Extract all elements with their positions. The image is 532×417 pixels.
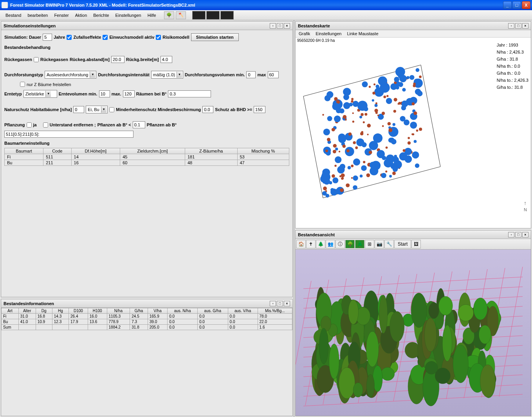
unterstand-label: Unterstand entfernen ; (50, 122, 96, 127)
erntetyp-combo[interactable]: Zielstärke▼ (23, 90, 57, 98)
svg-point-214 (388, 128, 392, 132)
unterstand-checkbox[interactable] (43, 122, 48, 128)
ansicht-3d-view[interactable] (296, 250, 531, 416)
minder-checkbox[interactable] (109, 107, 114, 112)
info-col: G/ha (130, 308, 148, 314)
durchf-typ-combo[interactable]: Auslesedurchforstung▼ (45, 71, 96, 79)
wrench-icon[interactable]: 🔧 (384, 240, 394, 248)
ruecke-abstand-input[interactable] (111, 56, 124, 63)
screen-icon[interactable]: 🖼 (411, 240, 421, 248)
svg-point-390 (479, 325, 491, 344)
sim-close-icon[interactable]: × (284, 23, 290, 29)
home-icon[interactable]: 🏠 (296, 240, 306, 248)
menu-einstellungen[interactable]: Einstellungen (112, 13, 144, 18)
pflanz-ab-input[interactable] (133, 121, 145, 128)
svg-point-143 (340, 188, 344, 192)
minimize-button[interactable]: _ (503, 1, 512, 9)
start-button[interactable]: Start (394, 240, 411, 248)
grid-icon[interactable]: ⊞ (365, 240, 374, 248)
svg-point-58 (332, 177, 338, 183)
svg-point-16 (382, 125, 384, 127)
ernte-vol-max-input[interactable] (123, 90, 135, 97)
tree2-icon[interactable]: 🌲 (316, 240, 325, 248)
natur-label: Naturschutz Habitatbäume [n/ha] (4, 107, 72, 112)
svg-point-377 (411, 293, 427, 328)
close-button[interactable]: X (522, 1, 530, 9)
svg-point-106 (396, 86, 399, 89)
durchf-int-combo[interactable]: mäßig (1.0)▼ (151, 71, 183, 79)
cross-icon[interactable]: ✝ (306, 240, 316, 248)
durchf-vol-label: Durchforstungsvolumen min. (185, 72, 245, 77)
svg-point-149 (346, 149, 350, 153)
info-icon[interactable]: ⓘ (335, 240, 345, 248)
einwuchs-checkbox[interactable] (103, 35, 108, 40)
pflanz-code-input[interactable] (4, 131, 133, 138)
nurz-checkbox[interactable] (20, 82, 25, 87)
karte-menu-einst[interactable]: Einstellungen (316, 31, 341, 36)
karte-id: 95650200 6H 0.19 ha (297, 38, 335, 43)
svg-point-171 (380, 83, 390, 93)
sim-min-icon[interactable]: ▫ (270, 23, 276, 29)
thumb-3[interactable] (220, 11, 234, 20)
people-icon[interactable]: 👥 (326, 240, 335, 248)
svg-point-218 (375, 102, 377, 104)
ja-checkbox[interactable] (27, 122, 32, 128)
dauer-input[interactable] (43, 34, 52, 41)
camera-icon[interactable]: 📷 (375, 240, 384, 248)
minder-input[interactable] (202, 106, 213, 113)
menu-berichte[interactable]: Berichte (90, 13, 112, 18)
natur-n-input[interactable] (73, 106, 84, 113)
menu-bestand[interactable]: Bestand (2, 13, 24, 18)
tree3-icon[interactable]: 🌳 (345, 240, 355, 248)
natur-sp-combo[interactable]: Ei, Bu▼ (86, 106, 108, 113)
menu-fenster[interactable]: Fenster (51, 13, 72, 18)
info-close-icon[interactable]: × (284, 301, 290, 306)
karte-menu-maus[interactable]: Linke Maustaste (347, 31, 378, 36)
ruecke-breite-input[interactable] (161, 56, 172, 63)
thumb-2[interactable] (206, 11, 220, 20)
ansicht-max-icon[interactable]: □ (515, 232, 521, 237)
ruecke-checkbox[interactable] (34, 57, 39, 62)
raeumen-input[interactable] (168, 90, 211, 97)
schutz-input[interactable] (254, 106, 265, 113)
svg-point-112 (363, 121, 365, 123)
tree4-icon[interactable]: 🌲 (355, 240, 364, 248)
pflanz-ab2-label: Pflanzen ab B° (147, 122, 177, 127)
svg-point-83 (391, 139, 397, 144)
zufall-checkbox[interactable] (67, 35, 72, 40)
table-row: Sum1884.231.8205.00.00.00.01.6 (2, 325, 292, 330)
durchf-int-label: Durchforstungsintensität (98, 72, 149, 77)
svg-point-69 (389, 175, 392, 178)
svg-point-217 (412, 102, 415, 106)
ansicht-min-icon[interactable]: ▫ (508, 232, 514, 237)
menu-hilfe[interactable]: Hilfe (144, 13, 159, 18)
karte-max-icon[interactable]: □ (515, 23, 521, 29)
sim-start-button[interactable]: Simulation starten (191, 33, 239, 41)
sim-max-icon[interactable]: □ (277, 23, 283, 29)
karte-close-icon[interactable]: × (522, 23, 528, 29)
ruecke-head: Rückegassen (4, 57, 32, 62)
karte-min-icon[interactable]: ▫ (508, 23, 514, 29)
ernte-vol-min-input[interactable] (99, 90, 110, 97)
info-max-icon[interactable]: □ (277, 301, 283, 306)
tree-icon[interactable]: 🌳 (164, 11, 174, 19)
menu-bearbeiten[interactable]: bearbeiten (24, 13, 51, 18)
svg-point-121 (386, 95, 388, 97)
risiko-checkbox[interactable] (156, 35, 161, 40)
karte-body[interactable]: 95650200 6H 0.19 ha Jahr : 1993 N/ha : 2… (296, 38, 531, 228)
svg-point-378 (438, 297, 453, 315)
durchf-vol-min-input[interactable] (246, 71, 256, 78)
thumb-1[interactable] (192, 11, 206, 20)
table-row[interactable]: Bu21116604847 (5, 160, 289, 166)
ansicht-close-icon[interactable]: × (522, 232, 528, 237)
svg-point-137 (329, 92, 332, 95)
info-min-icon[interactable]: ▫ (270, 301, 276, 306)
table-row[interactable]: Fi511144518153 (5, 154, 289, 160)
maximize-button[interactable]: □ (512, 1, 521, 9)
axe-icon[interactable]: 🪓 (176, 11, 186, 19)
svg-point-211 (393, 110, 396, 113)
svg-line-222 (303, 287, 523, 298)
durchf-vol-max-input[interactable] (268, 71, 279, 78)
karte-menu-grafik[interactable]: Grafik (299, 31, 310, 36)
menu-aktion[interactable]: Aktion (72, 13, 90, 18)
